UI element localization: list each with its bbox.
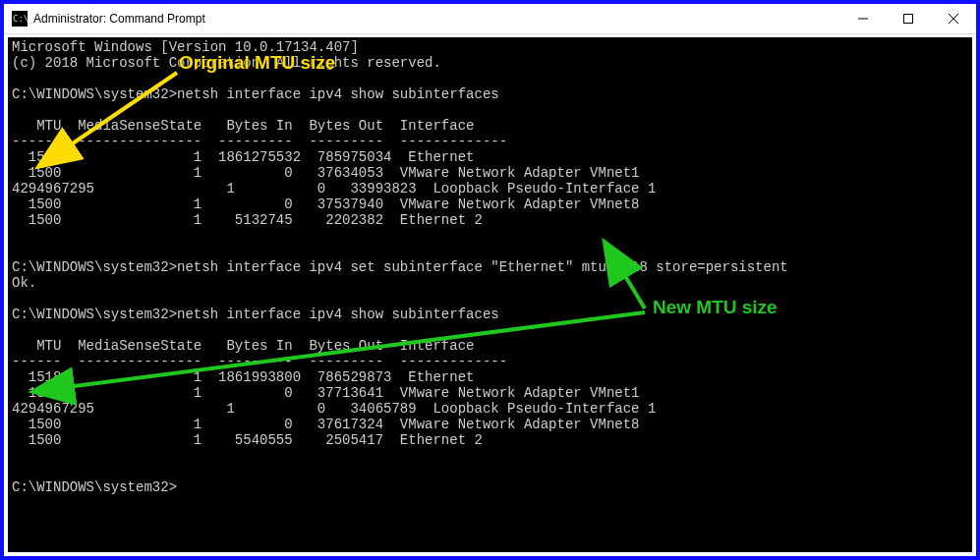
close-button[interactable] (931, 4, 976, 33)
svg-rect-1 (904, 15, 913, 24)
minimize-button[interactable] (840, 4, 886, 33)
cmd-icon (12, 11, 28, 27)
window-title: Administrator: Command Prompt (33, 12, 840, 26)
titlebar[interactable]: Administrator: Command Prompt (4, 4, 976, 34)
terminal-output[interactable]: Microsoft Windows [Version 10.0.17134.40… (8, 37, 972, 552)
maximize-button[interactable] (886, 4, 931, 33)
command-prompt-window: Administrator: Command Prompt Microsoft … (0, 0, 980, 560)
window-controls (840, 4, 976, 33)
